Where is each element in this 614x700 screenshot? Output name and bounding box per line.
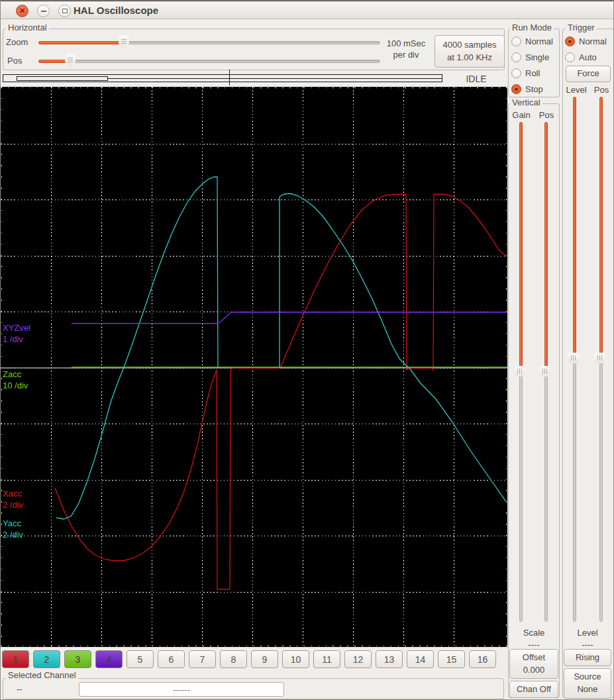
grip-icon <box>517 369 523 374</box>
sample-rate-readout: 100 mSec per div <box>378 38 434 60</box>
offset-button[interactable]: Offset0.000 <box>509 649 558 679</box>
vpos-label: Pos <box>535 110 558 120</box>
channel-button-4[interactable]: 4 <box>95 650 123 668</box>
scale-value: ---- <box>509 640 558 650</box>
channel-label-xacc: Xacc2 /div <box>3 488 23 510</box>
run-mode-group-label: Run Mode <box>510 23 554 32</box>
app-window: ✕ HAL Oscilloscope Horizontal Zoom Pos 1… <box>0 0 614 700</box>
grip-icon <box>571 355 576 361</box>
channel-button-16[interactable]: 16 <box>469 650 496 668</box>
radio-icon[interactable] <box>511 84 521 94</box>
vertical-group <box>508 103 560 698</box>
radio-label: Normal <box>579 36 607 46</box>
chan-off-button[interactable]: Chan Off <box>509 681 558 698</box>
channel-button-13[interactable]: 13 <box>376 650 403 668</box>
trigger-position-cursor <box>229 70 230 86</box>
trigger-group <box>562 29 614 698</box>
scale-label: Scale <box>509 628 558 638</box>
channel-button-12[interactable]: 12 <box>344 650 372 668</box>
grip-icon <box>68 58 73 62</box>
run-mode-option-stop[interactable]: Stop <box>511 84 543 94</box>
radio-label: Normal <box>525 36 553 46</box>
status-label: IDLE <box>454 74 498 84</box>
channel-label-xyzvel: XYZvel1 /div <box>3 322 30 345</box>
run-mode-option-normal[interactable]: Normal <box>511 36 553 46</box>
selected-channel-label: Selected Channel <box>6 670 78 680</box>
maximize-button[interactable] <box>58 5 71 17</box>
trace-yacc <box>280 194 507 502</box>
channel-button-6[interactable]: 6 <box>158 650 185 668</box>
minimize-button[interactable] <box>37 5 50 17</box>
radio-icon[interactable] <box>565 52 575 62</box>
radio-icon[interactable] <box>511 68 521 78</box>
record-window-line <box>108 78 442 79</box>
channel-button-9[interactable]: 9 <box>251 650 278 668</box>
zoom-slider[interactable] <box>38 41 380 44</box>
samples-button[interactable]: 4000 samplesat 1.00 KHz <box>435 35 505 68</box>
hpos-slider[interactable] <box>38 60 380 63</box>
channel-button-5[interactable]: 5 <box>127 650 154 668</box>
channel-button-2[interactable]: 2 <box>33 650 60 668</box>
channel-button-3[interactable]: 3 <box>64 650 91 668</box>
grip-icon <box>121 39 127 44</box>
vertical-group-label: Vertical <box>510 97 542 107</box>
channel-button-1[interactable]: 1 <box>2 650 29 668</box>
channel-buttons-row: 12345678910111213141516 <box>2 650 505 668</box>
trigger-option-auto[interactable]: Auto <box>565 52 597 62</box>
trigger-source-button[interactable]: SourceNone <box>564 668 611 699</box>
run-mode-option-single[interactable]: Single <box>511 52 549 62</box>
titlebar: ✕ HAL Oscilloscope <box>1 1 613 19</box>
close-icon: ✕ <box>19 7 25 15</box>
trigger-readout-value: ---- <box>564 640 611 650</box>
run-mode-option-roll[interactable]: Roll <box>511 68 540 78</box>
hpos-label: Pos <box>7 56 22 66</box>
trigger-readout-label: Level <box>564 628 611 638</box>
trace-xacc <box>55 194 507 589</box>
radio-icon[interactable] <box>511 52 521 62</box>
window-title: HAL Oscilloscope <box>74 5 158 16</box>
radio-icon[interactable] <box>511 36 521 46</box>
channel-button-10[interactable]: 10 <box>282 650 309 668</box>
channel-label-zacc: Zacc10 /div <box>3 369 28 391</box>
channel-button-11[interactable]: 11 <box>313 650 340 668</box>
radio-icon[interactable] <box>565 36 575 46</box>
gain-label: Gain <box>510 110 533 120</box>
trigger-level-label: Level <box>563 85 589 95</box>
radio-label: Single <box>525 52 549 62</box>
record-window-viewport <box>17 76 108 81</box>
scope-display: XYZvel1 /div Zacc10 /div Xacc2 /div Yacc… <box>1 87 507 647</box>
close-button[interactable]: ✕ <box>16 5 28 17</box>
channel-button-15[interactable]: 15 <box>438 650 465 668</box>
grip-icon <box>542 369 548 374</box>
channel-label-yacc: Yacc2 /div <box>3 518 23 540</box>
channel-button-7[interactable]: 7 <box>189 650 216 668</box>
scope-canvas <box>1 87 507 647</box>
trigger-group-label: Trigger <box>566 23 597 32</box>
grip-icon <box>597 355 603 361</box>
radio-label: Auto <box>579 52 597 62</box>
trace-yacc <box>56 177 218 519</box>
selected-channel-prefix: -- <box>17 684 23 694</box>
trigger-pos-label: Pos <box>591 85 611 95</box>
trigger-option-normal[interactable]: Normal <box>565 36 607 46</box>
trace-xyzvel <box>72 312 507 323</box>
force-button[interactable]: Force <box>566 66 611 82</box>
trigger-edge-button[interactable]: Rising <box>564 649 611 666</box>
horizontal-group-label: Horizontal <box>6 23 49 32</box>
selected-channel-entry[interactable]: ------ <box>79 682 284 697</box>
radio-label: Stop <box>525 84 543 94</box>
channel-button-8[interactable]: 8 <box>220 650 247 668</box>
minimize-icon <box>41 11 46 12</box>
channel-button-14[interactable]: 14 <box>407 650 434 668</box>
maximize-icon <box>62 9 68 13</box>
radio-label: Roll <box>525 68 540 78</box>
zoom-label: Zoom <box>6 37 28 47</box>
